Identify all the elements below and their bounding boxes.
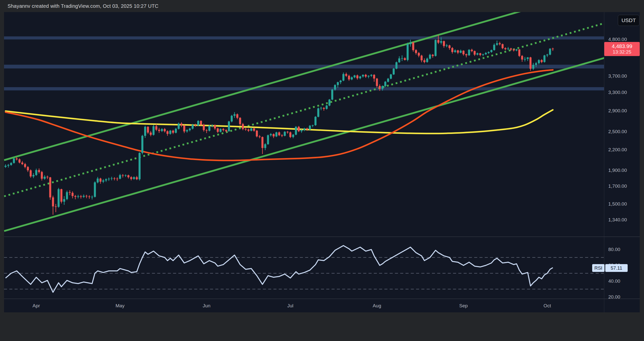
price-axis-label: 1,500.00 (608, 201, 638, 207)
price-axis-label: 1,700.00 (608, 183, 638, 189)
moving-averages (6, 70, 553, 161)
footer-bar: TradingView (0, 312, 644, 341)
time-axis-label-oct: Oct (544, 303, 551, 309)
rsi-axis-label: 20.00 (608, 294, 638, 300)
ma-orange (6, 70, 553, 161)
channel-upper (4, 0, 609, 160)
price-axis-label: 1,900.00 (608, 168, 638, 173)
channel-lower (4, 57, 609, 231)
time-axis-label-jul: Jul (287, 303, 293, 309)
rsi-indicator-badge: RSI (592, 264, 605, 272)
last-price-label: 4,483.99 13:32:25 (604, 42, 640, 56)
time-axis-label-jun: Jun (203, 303, 211, 309)
rsi-axis-label: 80.00 (608, 247, 638, 252)
quote-currency-badge: USDT (618, 15, 639, 26)
candlesticks (5, 35, 554, 215)
bar-countdown: 13:32:25 (604, 49, 640, 55)
horizontal-zones (4, 36, 604, 90)
price-axis-label: 3,300.00 (608, 90, 638, 95)
rsi-value-badge: 57.11 (605, 264, 628, 272)
time-axis-label-aug: Aug (373, 303, 381, 309)
time-axis-label-may: May (115, 303, 125, 309)
channel-mid (4, 22, 609, 196)
rsi-axis-label: 40.00 (608, 278, 638, 284)
ma-yellow (6, 110, 553, 133)
price-axis-label: 2,900.00 (608, 108, 638, 114)
time-axis-label-apr: Apr (32, 303, 40, 309)
price-axis-label: 3,700.00 (608, 73, 638, 79)
tradingview-snapshot: Shayannv created with TradingView.com, O… (0, 0, 644, 341)
rsi-pane (4, 246, 604, 292)
price-axis-label: 1,340.00 (608, 217, 638, 223)
time-axis-label-sep: Sep (459, 303, 468, 309)
last-price-value: 4,483.99 (604, 43, 640, 49)
price-axis-label: 2,500.00 (608, 129, 638, 134)
price-axis-label: 4,800.00 (608, 37, 638, 42)
rsi-line (6, 246, 553, 292)
price-axis-label: 2,200.00 (608, 147, 638, 153)
